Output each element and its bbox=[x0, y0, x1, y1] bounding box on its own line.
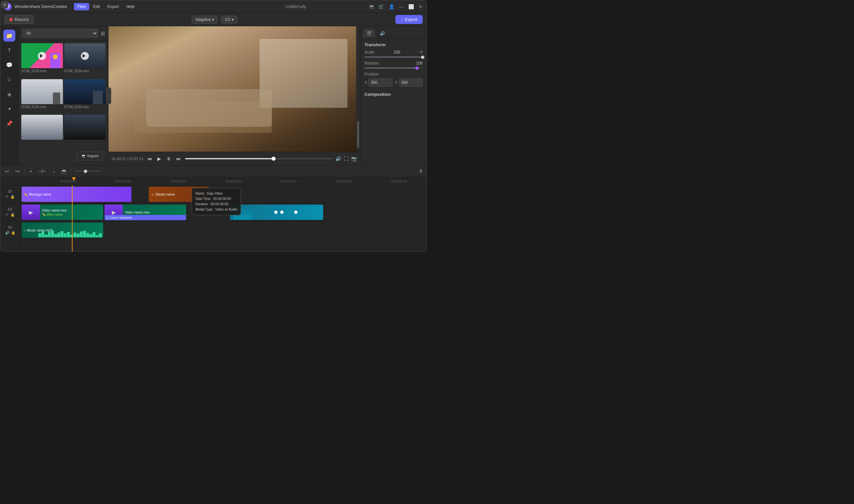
eye-icon[interactable]: 👁 bbox=[5, 195, 9, 199]
record-button[interactable]: Record bbox=[4, 15, 34, 24]
media-item[interactable]: DCIM_0234.mov bbox=[64, 43, 106, 78]
track-row-03: ✏️ Montage name ☺ Sticker name bbox=[20, 185, 427, 203]
import-icon: ⬒ bbox=[82, 154, 85, 158]
scale-reset[interactable]: ↺ bbox=[419, 50, 423, 55]
pause-button[interactable]: ⏸ bbox=[165, 155, 173, 162]
rotation-slider[interactable] bbox=[364, 68, 423, 69]
scale-row: Scale 100 ↺ bbox=[364, 50, 423, 55]
sidebar-item-text[interactable]: T bbox=[3, 44, 15, 56]
scale-slider[interactable] bbox=[364, 57, 423, 57]
app-window: W Wondershare DemoCreator Files Edit Exp… bbox=[0, 0, 427, 252]
marker-button[interactable]: ⬦ bbox=[51, 168, 57, 175]
media-view-toggle[interactable]: ⊞ bbox=[101, 30, 105, 37]
menu-edit[interactable]: Edit bbox=[90, 3, 104, 10]
menu-help[interactable]: Help bbox=[123, 3, 138, 10]
menu-export[interactable]: Export bbox=[104, 3, 122, 10]
menu-bar: Files Edit Export Help bbox=[74, 3, 222, 10]
y-input[interactable] bbox=[399, 78, 423, 87]
position-row: Position bbox=[364, 72, 423, 76]
right-panel-tabs: 🎬 🔊 bbox=[360, 26, 427, 38]
trim-button[interactable]: ⌖ bbox=[28, 168, 33, 175]
import-button[interactable]: ⬒ Import bbox=[77, 152, 103, 160]
clip-motion[interactable]: → bbox=[230, 204, 323, 220]
redo-button[interactable]: ↪ bbox=[14, 168, 21, 175]
transform-title: Transform bbox=[364, 42, 423, 47]
fullscreen-button[interactable]: ⛶ bbox=[344, 156, 349, 161]
transform-section: Transform Scale 100 ↺ Rotation 100 bbox=[364, 42, 423, 87]
position-label: Position bbox=[364, 72, 379, 76]
tab-video[interactable]: 🎬 bbox=[363, 29, 375, 38]
zoom-slider[interactable] bbox=[74, 171, 101, 172]
screenshot-button[interactable]: 📷 bbox=[351, 156, 357, 161]
ruler-mark: 00:00:00:00 bbox=[95, 180, 151, 183]
panel-collapse-handle[interactable]: ‹ bbox=[106, 88, 111, 104]
ruler-mark: 00:00:00:00 bbox=[40, 180, 95, 183]
time-display: 01:42:21 | 01:07:11 bbox=[112, 157, 143, 161]
ratio-select[interactable]: 1/2 ▾ bbox=[221, 16, 237, 24]
clip-video1[interactable]: ▶ Video name.mov ✏️ Effect name bbox=[22, 204, 103, 220]
video-scrollbar[interactable] bbox=[356, 26, 360, 152]
transition-button[interactable]: ⬒ bbox=[60, 168, 68, 175]
volume-button[interactable]: 🔊 bbox=[336, 156, 341, 161]
playhead-line bbox=[72, 185, 73, 252]
tooltip-duration: Duration : 00:00:00:00 bbox=[195, 202, 237, 207]
separator bbox=[24, 168, 25, 174]
close-icon[interactable]: ✕ bbox=[419, 4, 423, 9]
tab-audio[interactable]: 🔊 bbox=[376, 29, 388, 38]
menu-files[interactable]: Files bbox=[74, 3, 89, 10]
clip-montage[interactable]: ✏️ Montage name bbox=[22, 187, 131, 202]
media-item[interactable] bbox=[21, 115, 63, 146]
lock-icon[interactable]: 🔒 bbox=[10, 213, 15, 217]
split-button[interactable]: ⊣⊢ bbox=[37, 168, 48, 175]
media-label: DCIM_0234.mov bbox=[64, 69, 106, 73]
profile-icon[interactable]: 👤 bbox=[389, 4, 394, 9]
maximize-icon[interactable]: ⬜ bbox=[408, 4, 414, 9]
clip-name: Sticker name bbox=[156, 193, 175, 196]
gap-tooltip: Name : Gap Video Start Time : 00:00:00:0… bbox=[192, 188, 241, 215]
progress-bar[interactable] bbox=[185, 158, 333, 159]
minimize-icon[interactable]: — bbox=[399, 4, 404, 9]
export-button[interactable]: ↑ Export bbox=[395, 15, 423, 24]
cart-icon[interactable]: 🛒 bbox=[378, 4, 384, 9]
y-field: Y bbox=[395, 78, 423, 87]
speaker-icon[interactable]: 🔊 bbox=[5, 231, 10, 235]
adaptive-select[interactable]: Adaptive ▾ bbox=[192, 16, 218, 24]
mic-button[interactable]: 🎙 bbox=[419, 168, 423, 174]
skip-forward-button[interactable]: ⏭ bbox=[175, 155, 182, 162]
lock-icon[interactable]: 🔒 bbox=[11, 231, 16, 235]
sidebar-item-emoji[interactable]: ☺ bbox=[3, 73, 15, 86]
sidebar-item-speech[interactable]: 💬 bbox=[3, 59, 15, 71]
rotation-label: Rotation bbox=[364, 61, 379, 66]
export-label: Export bbox=[405, 17, 417, 22]
sidebar-item-effects[interactable]: ✦ bbox=[3, 103, 15, 115]
composition-section: Composition bbox=[364, 92, 423, 100]
media-panel-wrapper: All ⊞ bbox=[19, 26, 108, 165]
sidebar-item-filter[interactable]: ◈ bbox=[3, 88, 15, 100]
media-filter-select[interactable]: All bbox=[22, 29, 98, 38]
lock-icon[interactable]: 🔒 bbox=[10, 195, 15, 199]
undo-button[interactable]: ↩ bbox=[4, 168, 11, 175]
skip-back-button[interactable]: ⏮ bbox=[146, 155, 154, 162]
media-item[interactable]: DCIM_0234.mov bbox=[21, 43, 63, 78]
clip-music[interactable]: ♪ Music name.mp3 bbox=[22, 222, 103, 238]
media-item[interactable] bbox=[64, 115, 106, 146]
rotation-thumb bbox=[415, 67, 419, 70]
progress-fill bbox=[185, 158, 274, 159]
play-button[interactable]: ▶ bbox=[156, 155, 162, 162]
sidebar-item-pin[interactable]: 📌 bbox=[3, 118, 15, 129]
tooltip-media-type: Media Type : Video w/ Audio bbox=[195, 207, 237, 212]
sidebar-item-files[interactable]: 📁 bbox=[3, 30, 15, 41]
x-input[interactable] bbox=[369, 78, 392, 87]
x-label: X bbox=[364, 80, 367, 85]
clip-label: ✏️ Montage name bbox=[22, 192, 53, 197]
media-item[interactable]: DCIM_0234.mov bbox=[21, 79, 63, 114]
save-icon[interactable]: ⬒ bbox=[370, 4, 374, 9]
media-item[interactable]: DCIM_0234.mov bbox=[64, 79, 106, 114]
track-label-01: 01 🔊 🔒 bbox=[0, 221, 20, 239]
track-num: 03 bbox=[8, 189, 12, 193]
video-area: 01:42:21 | 01:07:11 ⏮ ▶ ⏸ ⏭ 🔊 ⛶ 📷 bbox=[108, 26, 360, 165]
clip-label: Video name.mov bbox=[125, 211, 150, 214]
eye-icon[interactable]: 👁 bbox=[5, 213, 9, 217]
track-num: 01 bbox=[8, 225, 12, 229]
title-bar: W Wondershare DemoCreator Files Edit Exp… bbox=[0, 0, 427, 13]
